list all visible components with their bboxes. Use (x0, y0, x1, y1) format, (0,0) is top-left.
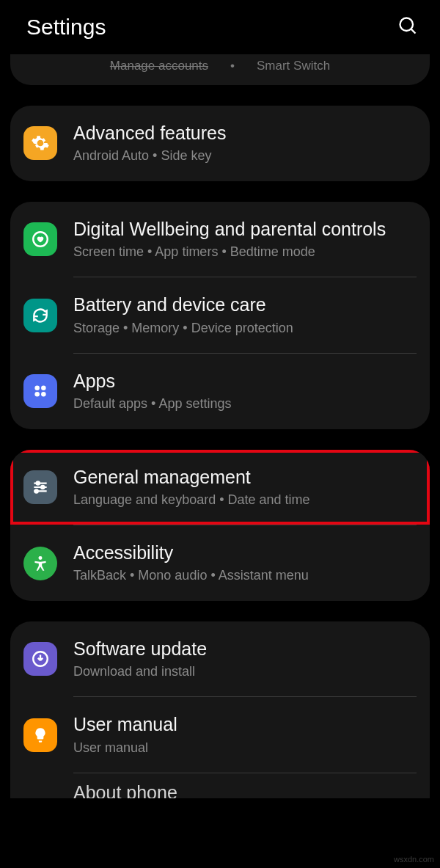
grid-dots-icon (23, 374, 57, 408)
svg-point-0 (400, 18, 414, 32)
svg-line-1 (411, 29, 416, 34)
svg-point-4 (41, 386, 46, 391)
settings-row-digital-wellbeing[interactable]: Digital Wellbeing and parental controls … (10, 202, 430, 277)
settings-group-device: Digital Wellbeing and parental controls … (10, 202, 430, 429)
svg-point-5 (34, 392, 40, 397)
row-title: About phone (73, 781, 417, 799)
page-title: Settings (26, 15, 106, 40)
svg-point-6 (41, 392, 46, 397)
settings-group-accounts-partial: Manage accounts • Smart Switch (10, 54, 430, 85)
row-subtitle: Screen time • App timers • Bedtime mode (73, 244, 417, 260)
settings-group-advanced: Advanced features Android Auto • Side ke… (10, 106, 430, 181)
download-icon (23, 642, 57, 676)
accounts-sub-left: Manage accounts (110, 59, 208, 73)
settings-row-apps[interactable]: Apps Default apps • App settings (10, 354, 430, 429)
row-title: Accessibility (73, 541, 417, 564)
settings-row-general-management[interactable]: General management Language and keyboard… (10, 450, 430, 525)
row-subtitle: Download and install (73, 663, 417, 680)
row-subtitle: Android Auto • Side key (73, 147, 417, 164)
settings-row-battery-device-care[interactable]: Battery and device care Storage • Memory… (10, 277, 430, 353)
row-title: Battery and device care (73, 293, 417, 316)
svg-point-3 (34, 386, 40, 391)
settings-row-about-phone[interactable]: About phone (10, 773, 430, 798)
svg-point-13 (39, 555, 43, 559)
person-icon (23, 547, 57, 580)
row-subtitle: Language and keyboard • Date and time (73, 492, 417, 508)
row-subtitle: User manual (73, 740, 417, 756)
row-title: Software update (73, 638, 417, 660)
row-title: Advanced features (73, 122, 417, 145)
row-subtitle: TalkBack • Mono audio • Assistant menu (73, 567, 417, 584)
settings-group-about: Software update Download and install Use… (10, 621, 430, 798)
row-title: Digital Wellbeing and parental controls (73, 218, 417, 241)
accounts-row-partial[interactable]: Manage accounts • Smart Switch (10, 54, 430, 85)
row-title: General management (73, 466, 417, 489)
accounts-sub-sep: • (230, 59, 235, 73)
gear-icon (23, 126, 57, 160)
row-title: Apps (73, 370, 417, 393)
accounts-sub-right: Smart Switch (257, 59, 330, 73)
row-title: User manual (73, 713, 417, 736)
settings-row-accessibility[interactable]: Accessibility TalkBack • Mono audio • As… (10, 525, 430, 601)
settings-row-advanced-features[interactable]: Advanced features Android Auto • Side ke… (10, 106, 430, 181)
heart-target-icon (23, 222, 57, 256)
row-subtitle: Storage • Memory • Device protection (73, 320, 417, 337)
settings-group-management: General management Language and keyboard… (10, 450, 430, 601)
settings-row-software-update[interactable]: Software update Download and install (10, 621, 430, 697)
watermark: wsxdn.com (394, 855, 434, 864)
svg-point-8 (37, 481, 40, 484)
settings-row-user-manual[interactable]: User manual User manual (10, 697, 430, 773)
settings-header: Settings (0, 0, 440, 54)
svg-point-10 (41, 486, 44, 489)
row-subtitle: Default apps • App settings (73, 395, 417, 412)
refresh-icon (23, 299, 57, 332)
svg-point-12 (34, 489, 37, 492)
bulb-icon (23, 718, 57, 752)
search-icon[interactable] (397, 15, 418, 39)
sliders-icon (23, 470, 57, 504)
